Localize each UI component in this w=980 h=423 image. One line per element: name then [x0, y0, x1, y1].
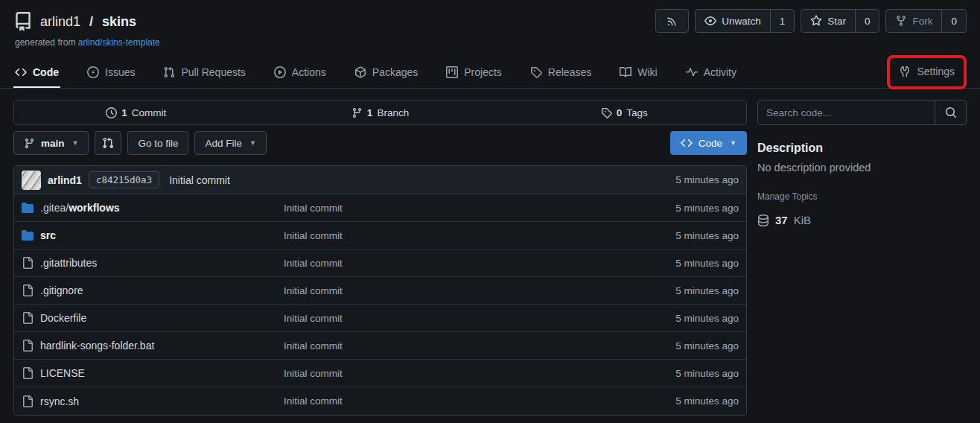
- file-name: .gitignore: [40, 284, 83, 296]
- repo-path-separator: /: [89, 14, 93, 30]
- tag-icon: [601, 107, 612, 118]
- branch-selector[interactable]: main ▼: [13, 131, 89, 155]
- file-commit-time: 5 minutes ago: [675, 340, 739, 352]
- tab-code[interactable]: Code: [13, 59, 60, 88]
- folder-icon: [22, 229, 34, 241]
- tag-label: Tags: [626, 107, 648, 118]
- file-link[interactable]: .gitea/workflows: [22, 202, 284, 214]
- tags-stat[interactable]: 0 Tags: [502, 101, 746, 124]
- folder-icon: [22, 202, 34, 214]
- file-icon: [22, 340, 34, 352]
- current-branch: main: [41, 138, 65, 149]
- search-input[interactable]: [758, 101, 935, 124]
- tab-wiki[interactable]: Wiki: [618, 59, 658, 88]
- file-row: LICENSE Initial commit 5 minutes ago: [14, 360, 746, 387]
- tab-packages[interactable]: Packages: [353, 59, 419, 88]
- tab-label: Projects: [464, 66, 502, 78]
- manage-topics-link[interactable]: Manage Topics: [757, 191, 967, 202]
- unwatch-label: Unwatch: [722, 16, 761, 27]
- compare-icon: [102, 137, 114, 149]
- file-commit-message[interactable]: Initial commit: [284, 230, 675, 241]
- file-commit-message[interactable]: Initial commit: [284, 395, 675, 407]
- branches-stat[interactable]: 1 Branch: [258, 101, 503, 124]
- tools-icon: [899, 66, 911, 77]
- commit-message[interactable]: Initial commit: [169, 174, 230, 186]
- file-link[interactable]: LICENSE: [22, 367, 284, 379]
- template-repo-link[interactable]: arlind/skins-template: [78, 37, 160, 48]
- repo-owner-link[interactable]: arlind1: [40, 14, 80, 30]
- branch-icon: [351, 107, 363, 118]
- code-download-button[interactable]: Code ▼: [670, 131, 747, 155]
- file-row: rsync.sh Initial commit 5 minutes ago: [14, 387, 746, 415]
- package-icon: [354, 66, 366, 78]
- commit-time: 5 minutes ago: [675, 174, 739, 185]
- file-row: Dockerfile Initial commit 5 minutes ago: [14, 305, 746, 332]
- star-button[interactable]: Star 0: [801, 9, 879, 33]
- fork-button[interactable]: Fork 0: [885, 9, 967, 33]
- file-icon: [22, 284, 34, 296]
- file-link[interactable]: src: [22, 229, 284, 241]
- file-commit-message[interactable]: Initial commit: [284, 368, 675, 379]
- book-icon: [620, 66, 631, 78]
- file-name: rsync.sh: [40, 395, 79, 407]
- tab-activity[interactable]: Activity: [684, 59, 738, 88]
- file-name: Dockerfile: [40, 312, 86, 324]
- avatar[interactable]: [22, 171, 41, 190]
- commit-author[interactable]: arlind1: [48, 174, 82, 186]
- tab-pull-requests[interactable]: Pull Requests: [162, 59, 246, 88]
- search-icon: [945, 106, 957, 118]
- repo-name-link[interactable]: skins: [102, 14, 136, 30]
- file-name: workflows: [69, 202, 119, 214]
- unwatch-button[interactable]: Unwatch 1: [695, 9, 795, 33]
- pull-request-icon: [163, 66, 175, 78]
- file-commit-message[interactable]: Initial commit: [284, 258, 675, 269]
- tab-releases[interactable]: Releases: [529, 59, 593, 88]
- go-to-file-button[interactable]: Go to file: [127, 131, 188, 155]
- file-rows: .gitea/workflows Initial commit 5 minute…: [14, 194, 746, 415]
- branch-toolbar: main ▼ Go to file Add File ▼ Code ▼: [13, 131, 747, 155]
- watch-count[interactable]: 1: [770, 10, 795, 32]
- compare-button[interactable]: [95, 131, 121, 155]
- file-commit-message[interactable]: Initial commit: [284, 313, 675, 324]
- file-commit-message[interactable]: Initial commit: [284, 203, 675, 214]
- rss-button[interactable]: [655, 9, 689, 33]
- tab-label: Releases: [548, 66, 591, 78]
- tab-projects[interactable]: Projects: [445, 59, 503, 88]
- file-link[interactable]: .gitignore: [22, 284, 284, 296]
- star-count[interactable]: 0: [855, 10, 879, 32]
- history-icon: [106, 107, 117, 118]
- fork-count[interactable]: 0: [941, 10, 966, 32]
- commit-label: Commit: [132, 107, 167, 118]
- play-circle-icon: [274, 66, 286, 78]
- tab-actions[interactable]: Actions: [273, 59, 328, 88]
- code-search-box: [757, 100, 967, 125]
- latest-commit-row: arlind1 c84215d0a3 Initial commit 5 minu…: [14, 166, 746, 194]
- tab-issues[interactable]: Issues: [86, 59, 136, 88]
- file-link[interactable]: Dockerfile: [22, 312, 284, 324]
- tab-settings[interactable]: Settings: [897, 60, 956, 85]
- branch-count: 1: [367, 107, 373, 118]
- file-commit-time: 5 minutes ago: [675, 313, 739, 324]
- file-commit-message[interactable]: Initial commit: [284, 340, 675, 352]
- content: 1 Commit 1 Branch 0 Tags main: [0, 89, 980, 416]
- chevron-down-icon: ▼: [72, 139, 79, 147]
- description-text: No description provided: [757, 162, 967, 174]
- description-heading: Description: [757, 141, 967, 155]
- file-icon: [22, 395, 34, 407]
- commits-stat[interactable]: 1 Commit: [14, 101, 258, 124]
- file-link[interactable]: rsync.sh: [22, 395, 284, 407]
- file-commit-message[interactable]: Initial commit: [284, 285, 675, 296]
- add-file-label: Add File: [205, 138, 242, 149]
- eye-icon: [704, 15, 716, 27]
- repo-icon: [13, 12, 33, 31]
- add-file-button[interactable]: Add File ▼: [194, 131, 266, 155]
- repo-actions: Unwatch 1 Star 0 Fork 0: [655, 9, 967, 33]
- file-name: hardlink-songs-folder.bat: [40, 340, 154, 352]
- file-row: hardlink-songs-folder.bat Initial commit…: [14, 332, 746, 360]
- search-button[interactable]: [935, 101, 966, 124]
- file-link[interactable]: hardlink-songs-folder.bat: [22, 340, 284, 352]
- commit-hash-badge[interactable]: c84215d0a3: [89, 171, 159, 188]
- file-link[interactable]: .gitattributes: [22, 257, 284, 269]
- repo-header: arlind1 / skins Unwatch 1 Star 0 Fork 0: [0, 0, 980, 33]
- file-icon: [22, 367, 34, 379]
